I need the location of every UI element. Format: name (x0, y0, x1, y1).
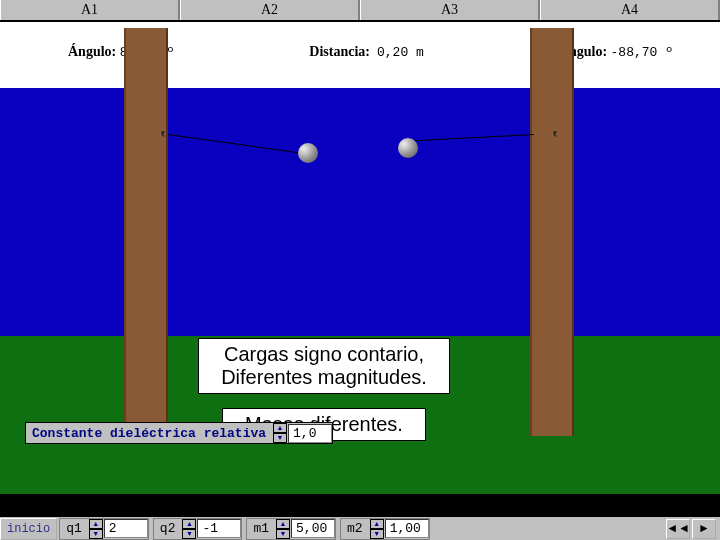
dielectric-label: Constante dieléctrica relativa (26, 426, 272, 441)
nav-buttons: ◄◄ ► (666, 519, 720, 539)
nav-next-button[interactable]: ► (692, 519, 716, 539)
readout-panel: Ángulo: 83,55 º Distancia: 0,20 m Ángulo… (0, 22, 720, 88)
hook-left-icon: ‛ (160, 128, 166, 149)
caption-line-2: Diferentes magnitudes. (209, 366, 439, 389)
m2-value[interactable]: 1,00 (385, 519, 429, 538)
tab-a1[interactable]: A1 (0, 0, 180, 20)
m1-group: m1 ▲ ▼ 5,00 (246, 518, 336, 540)
q1-label: q1 (60, 521, 88, 536)
spinner-up-icon[interactable]: ▲ (370, 519, 384, 529)
wire-right (404, 134, 534, 142)
dielectric-value[interactable]: 1,0 (288, 424, 332, 443)
inicio-button[interactable]: inicio (0, 518, 57, 540)
post-left (124, 28, 168, 436)
tab-a4[interactable]: A4 (540, 0, 720, 20)
dielectric-spinner[interactable]: ▲ ▼ (273, 423, 287, 443)
readout-distance: Distancia: 0,20 m (288, 28, 423, 76)
spinner-up-icon[interactable]: ▲ (89, 519, 103, 529)
nav-prev-button[interactable]: ◄◄ (666, 519, 690, 539)
caption-line-1: Cargas signo contario, (209, 343, 439, 366)
caption-box-1: Cargas signo contario, Diferentes magnit… (198, 338, 450, 394)
q2-spinner[interactable]: ▲ ▼ (182, 519, 196, 539)
spinner-down-icon[interactable]: ▼ (276, 529, 290, 539)
q1-spinner[interactable]: ▲ ▼ (89, 519, 103, 539)
spinner-up-icon[interactable]: ▲ (273, 423, 287, 433)
bottom-bar: inicio q1 ▲ ▼ 2 q2 ▲ ▼ -1 m1 ▲ ▼ 5,00 m2… (0, 516, 720, 540)
q2-group: q2 ▲ ▼ -1 (153, 518, 243, 540)
simulation-scene: ‛ ‛ Cargas signo contario, Diferentes ma… (0, 88, 720, 494)
tab-bar: A1 A2 A3 A4 (0, 0, 720, 22)
dielectric-row: Constante dieléctrica relativa ▲ ▼ 1,0 (25, 422, 333, 444)
tab-a3[interactable]: A3 (360, 0, 540, 20)
q1-value[interactable]: 2 (104, 519, 148, 538)
spinner-up-icon[interactable]: ▲ (276, 519, 290, 529)
post-right (530, 28, 574, 436)
q1-group: q1 ▲ ▼ 2 (59, 518, 149, 540)
spinner-down-icon[interactable]: ▼ (273, 433, 287, 443)
m2-label: m2 (341, 521, 369, 536)
m1-label: m1 (247, 521, 275, 536)
hook-right-icon: ‛ (552, 128, 558, 149)
m1-value[interactable]: 5,00 (291, 519, 335, 538)
tab-a2[interactable]: A2 (180, 0, 360, 20)
spinner-down-icon[interactable]: ▼ (89, 529, 103, 539)
spinner-down-icon[interactable]: ▼ (182, 529, 196, 539)
q2-value[interactable]: -1 (197, 519, 241, 538)
charge-ball-left[interactable] (298, 143, 318, 163)
wire-left (168, 134, 307, 154)
m2-group: m2 ▲ ▼ 1,00 (340, 518, 430, 540)
spinner-down-icon[interactable]: ▼ (370, 529, 384, 539)
m1-spinner[interactable]: ▲ ▼ (276, 519, 290, 539)
q2-label: q2 (154, 521, 182, 536)
spinner-up-icon[interactable]: ▲ (182, 519, 196, 529)
m2-spinner[interactable]: ▲ ▼ (370, 519, 384, 539)
charge-ball-right[interactable] (398, 138, 418, 158)
